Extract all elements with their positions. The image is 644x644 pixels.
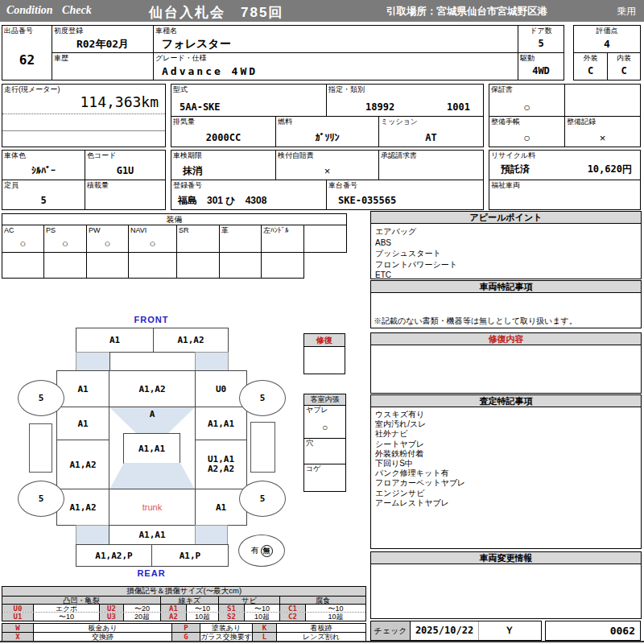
chassis-number-label: 車台番号	[328, 181, 357, 189]
accident-history-indicator: 有 無	[238, 535, 285, 567]
welfare-vehicle-label: 福祉車両	[491, 181, 520, 189]
transmission-box: ミッション AT	[378, 116, 484, 147]
cabin-row-value: ○	[304, 423, 345, 433]
equipment-empty-cell	[176, 252, 220, 279]
interior-grade-label: 内装	[608, 54, 640, 62]
exterior-grade-value: C	[574, 66, 607, 76]
recycle-fee-values: 預託済 10,620円	[489, 163, 640, 176]
legend-group: 腐食	[279, 597, 365, 604]
panel-front-bumper-left: A1	[76, 328, 154, 353]
drive-label: 駆動	[520, 54, 535, 62]
load-capacity-box: 積載量	[85, 180, 166, 210]
legend-size: 〜20	[123, 605, 160, 612]
legend-code: G	[171, 633, 200, 641]
assessment-note-item: 社外ナビ	[375, 429, 637, 439]
fuel-box: 燃料 ｶﾞｿﾘﾝ	[275, 116, 379, 147]
warranty-value: ○	[489, 102, 564, 113]
insurance-value: ×	[276, 166, 378, 176]
color-code-box: 色コード G1U	[85, 150, 166, 180]
body-color-label: 車体色	[4, 151, 26, 159]
legend-code: C1	[279, 605, 305, 612]
approval-request-box: 承認請求書	[378, 150, 484, 180]
front-grille-shape	[109, 352, 196, 371]
legend-size: エクボ	[33, 605, 99, 612]
assessment-note-item: 室内汚れ/スレ	[375, 419, 637, 429]
warranty-spare-box	[564, 84, 641, 117]
vehicle-notes-body: ※記載のない書類・機器等は無しとして取り扱います。	[371, 293, 641, 328]
service-record-box: 整備記録 ×	[564, 116, 641, 147]
panel-quarter-left: A1,A2	[56, 489, 109, 526]
legend-mark: 看板跡	[276, 624, 365, 632]
panel-hood: A1,A2	[109, 370, 196, 407]
insurance-label: 検付自賠責	[278, 151, 314, 159]
fuel-label: 燃料	[278, 118, 292, 126]
headlight-right-shape	[195, 352, 229, 371]
equipment-title: 装備	[167, 215, 183, 224]
taillight-right-shape	[195, 525, 228, 545]
exterior-grade-label: 外装	[574, 54, 607, 62]
vehicle-usage: 乗用	[617, 5, 636, 19]
grade-label: グレード・仕様	[155, 54, 207, 62]
legend-code: C2	[279, 613, 305, 621]
appeal-point-item: ABS	[375, 237, 637, 249]
equipment-label: 革	[221, 226, 229, 234]
legend-mark: レンズ割れ	[276, 633, 365, 641]
drive-box: 駆動 4WD	[518, 52, 564, 80]
service-record-label: 整備記録	[567, 118, 596, 126]
inspection-expiry-label: 車検期限	[173, 151, 202, 159]
check-label: チェック	[374, 626, 407, 635]
chassis-number-value: SKE-035565	[327, 196, 483, 206]
lot-number-box: 出品番号 62	[2, 25, 52, 80]
panel-front-door-right: A1,A1	[195, 407, 247, 440]
warranty-label: 保証書	[491, 85, 513, 93]
equipment-cell-navi: NAVI○	[128, 225, 177, 253]
service-book-value: ○	[489, 133, 564, 143]
damage-legend-groups: 凸凹・亀裂 線キズ サビ 腐食	[2, 597, 365, 605]
vehicle-notes-title: 車両特記事項	[371, 281, 641, 293]
class-number-box: 指定・類別 18992 1001	[326, 84, 484, 117]
score-value: 4	[574, 39, 640, 49]
displacement-label: 排気量	[173, 118, 195, 126]
equipment-label: AC	[4, 226, 14, 234]
assessment-note-item: フロアカーペットヤブレ	[375, 478, 637, 488]
recycle-status: 預託済	[501, 163, 530, 176]
equipment-value: ○	[129, 238, 176, 249]
assessment-notes-title: 査定特記事項	[371, 395, 641, 407]
equipment-label: 左ﾊﾝﾄﾞﾙ	[263, 226, 289, 234]
accident-no-circled: 無	[261, 545, 273, 557]
appeal-point-item: ETC	[375, 270, 637, 281]
equipment-value: ○	[87, 238, 128, 249]
recycle-amount: 10,620円	[588, 163, 632, 176]
equipment-cell-ps: PS○	[43, 225, 87, 253]
equipment-title-bar: 装備	[2, 213, 347, 225]
side-sill-left-shape	[29, 423, 52, 473]
auction-condition-sheet: Condition Check 仙台入札会 785回 引取場所：宮城県仙台市宮城…	[0, 0, 644, 644]
wheel-front-right: 5	[239, 380, 286, 416]
legend-size: 10超	[186, 613, 218, 621]
cabin-interior-box: 客室内張 ヤブレ ○ 穴 コゲ	[303, 394, 346, 492]
damage-legend-table: 損傷記号＆損傷サイズ(〜最大cm) 凸凹・亀裂 線キズ サビ 腐食 U0 エクボ…	[2, 586, 366, 621]
equipment-label: PW	[89, 226, 101, 234]
legend-code: U3	[99, 613, 123, 621]
approval-request-label: 承認請求書	[381, 151, 417, 159]
chassis-number-box: 車台番号 SKE-035565	[326, 180, 484, 210]
panel-front-door-left: A1	[56, 407, 109, 440]
assessment-note-item: 下回りS中	[375, 459, 637, 469]
recycle-fee-box: リサイクル料 預託済 10,620円	[489, 150, 641, 180]
appeal-points-section: アピールポイント エアバッグABSプッシュスタートフロントパワーシートETC	[370, 211, 642, 279]
damage-legend-title: 損傷記号＆損傷サイズ(〜最大cm)	[2, 587, 365, 597]
cabin-interior-title: 客室内張	[304, 394, 345, 406]
repair-marks-row: X 交換跡 G ガラス交換要す L レンズ割れ	[2, 633, 365, 641]
panel-rear-door-right: U1,A1 A2,A2	[195, 440, 247, 489]
assessment-note-item: シートヤブレ	[375, 440, 637, 449]
panel-rear-bumper-left: A1,A2,P	[76, 544, 152, 567]
score-box: 評価点 4	[573, 25, 641, 53]
change-info-title: 車両変更情報	[371, 552, 641, 564]
vehicle-notes-section: 車両特記事項 ※記載のない書類・機器等は無しとして取り扱います。	[370, 280, 642, 328]
legend-code: S1	[218, 605, 244, 612]
equipment-cell-leather: 革	[219, 225, 262, 253]
assessment-note-item: アームレストヤブレ	[375, 498, 637, 508]
plate-number-value: 福島 301 ひ 4308	[171, 196, 326, 206]
service-book-box: 整備手帳 ○	[489, 116, 565, 147]
panel-code-line: A2,A2	[208, 464, 234, 474]
